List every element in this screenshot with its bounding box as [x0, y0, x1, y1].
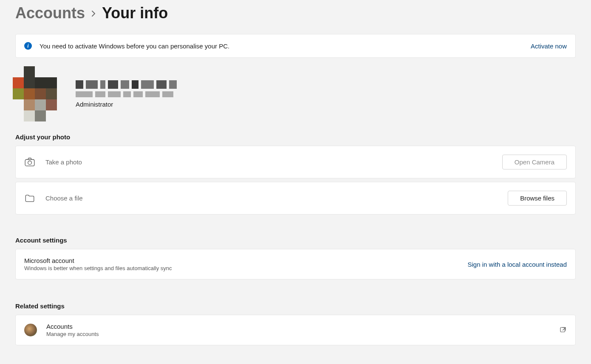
folder-icon [24, 193, 35, 204]
activate-now-link[interactable]: Activate now [531, 42, 567, 50]
related-accounts-row[interactable]: Accounts Manage my accounts [15, 315, 576, 345]
choose-file-row: Choose a file Browse files [15, 182, 576, 214]
profile-meta: Administrator [73, 80, 177, 108]
related-accounts-title: Accounts [46, 323, 559, 330]
avatar [13, 66, 68, 121]
open-camera-button[interactable]: Open Camera [502, 155, 567, 169]
profile-summary: Administrator [15, 66, 576, 121]
accounts-app-icon [24, 324, 37, 336]
svg-rect-0 [25, 159, 34, 166]
svg-point-1 [28, 161, 32, 164]
activation-banner: i You need to activate Windows before yo… [15, 34, 576, 58]
external-link-icon [559, 326, 567, 334]
ms-account-title: Microsoft account [24, 257, 468, 264]
breadcrumb-parent[interactable]: Accounts [15, 4, 85, 22]
related-settings-heading: Related settings [15, 302, 576, 310]
choose-file-label: Choose a file [45, 195, 508, 202]
profile-role: Administrator [76, 101, 177, 108]
browse-files-button[interactable]: Browse files [508, 191, 567, 206]
adjust-photo-heading: Adjust your photo [15, 133, 576, 141]
breadcrumb: Accounts Your info [15, 4, 576, 22]
profile-email-redacted [76, 91, 177, 97]
ms-account-subtitle: Windows is better when settings and file… [24, 265, 468, 271]
local-account-link[interactable]: Sign in with a local account instead [468, 261, 567, 268]
related-accounts-subtitle: Manage my accounts [46, 331, 559, 337]
camera-icon [24, 157, 35, 168]
take-photo-label: Take a photo [45, 158, 502, 166]
take-photo-row: Take a photo Open Camera [15, 146, 576, 178]
account-settings-heading: Account settings [15, 237, 576, 244]
activation-message: You need to activate Windows before you … [40, 42, 531, 50]
page-title: Your info [102, 4, 168, 22]
info-icon: i [24, 42, 32, 50]
chevron-right-icon [91, 8, 96, 20]
profile-name-redacted [76, 80, 177, 89]
microsoft-account-row: Microsoft account Windows is better when… [15, 249, 576, 279]
svg-rect-2 [560, 327, 565, 332]
